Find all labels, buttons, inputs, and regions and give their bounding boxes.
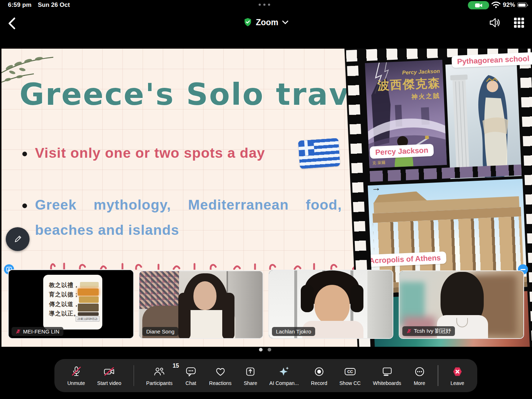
video-call-indicator[interactable] (468, 1, 489, 9)
percy-cover-title-cn: 波西傑克森 (377, 75, 441, 94)
mic-muted-icon (406, 328, 412, 334)
mouse-cursor: → (371, 182, 381, 194)
quote-card: 教之以禮， 育之以德； 傳之以道， 導之以正。 證嚴法師靜思語 (43, 275, 102, 329)
clock-time: 6:59 pm (8, 1, 32, 9)
participants-button[interactable]: Participants 15 (146, 366, 173, 386)
chat-icon (185, 366, 197, 378)
share-label: Share (244, 380, 257, 386)
participant-name: MEI-FENG LIN (23, 328, 59, 335)
slide-bullet-2-line1: Greek mythology, Mediterranean food, (35, 197, 342, 213)
slide-bullet-1: Visit only one or two spots a day (22, 145, 265, 161)
whiteboards-label: Whiteboards (373, 380, 401, 386)
photo-collage-wall (139, 271, 179, 309)
reactions-label: Reactions (209, 380, 232, 386)
status-bar: 6:59 pm Sun 26 Oct 92% (0, 0, 532, 10)
books-illustration (78, 282, 99, 317)
headphone-left (301, 285, 314, 312)
annotate-button[interactable] (6, 227, 30, 251)
leave-label: Leave (451, 380, 464, 386)
page-dot-active[interactable] (259, 348, 263, 351)
unmute-button[interactable]: Unmute (67, 366, 85, 386)
record-icon (313, 366, 325, 378)
participant-name-tag: MEI-FENG LIN (12, 327, 63, 336)
start-video-button[interactable]: Start video (97, 366, 121, 386)
camera-icon (475, 3, 483, 8)
clock-date: Sun 26 Oct (38, 1, 70, 9)
participant-name: Lachlan Tjokro (276, 328, 311, 335)
svg-text:CC: CC (347, 369, 353, 374)
chat-label: Chat (185, 380, 196, 386)
quote-line: 教之以禮， (49, 281, 80, 290)
toolbar-divider (134, 365, 134, 386)
slide-bullet-2: Greek mythology, Mediterranean food, bea… (22, 197, 342, 238)
participant-video-tcsh-ivy[interactable]: Tcsh Ivy 劉冠妤 (399, 270, 524, 339)
speaker-icon (488, 17, 501, 29)
chevron-down-icon (282, 20, 289, 24)
reactions-button[interactable]: Reactions (209, 366, 232, 386)
pencil-icon (12, 234, 23, 245)
more-label: More (414, 380, 425, 386)
show-cc-label: Show CC (339, 380, 361, 386)
more-button[interactable]: More (413, 366, 426, 386)
leave-icon (451, 366, 464, 378)
slide-bullet-1-text: Visit only one or two spots a day (35, 145, 265, 161)
speaker-button[interactable] (488, 17, 501, 29)
slide-bullet-2-line2: beaches and islands (35, 222, 342, 238)
ai-companion-label: AI Compan... (269, 380, 299, 386)
participant-video-lachlan-tjokro[interactable]: Lachlan Tjokro (268, 270, 393, 339)
thumbnail-page-dots[interactable] (259, 348, 271, 351)
page-dot[interactable] (268, 348, 271, 351)
leave-button[interactable]: Leave (451, 366, 464, 386)
security-shield-icon (243, 17, 252, 27)
whiteboard-icon (381, 366, 393, 378)
meeting-title: Zoom (256, 18, 278, 27)
participant-name-tag: Lachlan Tjokro (272, 327, 315, 336)
meeting-toolbar: Unmute Start video Participants 15 Chat (54, 359, 477, 392)
participant-video-diane-song[interactable]: Diane Song (139, 270, 263, 339)
percy-cover-subtitle-cn: 神火之賊 (411, 91, 441, 101)
more-icon (413, 366, 426, 378)
participant-name-tag: Tcsh Ivy 劉冠妤 (402, 326, 455, 336)
quote-line: 導之以正。 (49, 309, 80, 318)
record-label: Record (311, 380, 327, 386)
participants-count-badge: 15 (173, 363, 179, 369)
participant-name: Tcsh Ivy 劉冠妤 (414, 328, 451, 335)
bullet-dot (22, 152, 27, 156)
unmute-label: Unmute (67, 380, 85, 386)
participants-icon (153, 366, 165, 378)
grid-icon (513, 17, 525, 28)
quote-caption: 證嚴法師靜思語 (76, 316, 99, 322)
meeting-title-group[interactable]: Zoom (0, 17, 532, 27)
toolbar-divider (438, 365, 438, 386)
slide-title: Greece's Solo travel (19, 77, 383, 112)
participants-label: Participants (146, 380, 173, 386)
whiteboards-button[interactable]: Whiteboards (373, 366, 401, 386)
ai-companion-sparkle-icon (278, 366, 291, 378)
share-button[interactable]: Share (244, 366, 257, 386)
share-icon (244, 366, 256, 378)
pythagorean-school-image (445, 62, 522, 179)
record-button[interactable]: Record (311, 366, 327, 386)
ai-companion-button[interactable]: AI Compan... (269, 366, 299, 386)
participant-video-mei-feng-lin[interactable]: 教之以禮， 育之以德； 傳之以道， 導之以正。 證嚴法師靜思語 MEI-FENG… (8, 269, 134, 339)
headphone-right (350, 285, 363, 312)
video-off-icon (103, 366, 116, 378)
chat-button[interactable]: Chat (185, 366, 197, 386)
mic-muted-icon (15, 329, 21, 334)
greek-flag (298, 138, 340, 169)
multitask-dots-icon (259, 4, 270, 6)
start-video-label: Start video (97, 380, 121, 386)
show-cc-button[interactable]: CC Show CC (339, 366, 361, 386)
closed-captions-icon: CC (344, 366, 357, 378)
participant-name-tag: Diane Song (142, 327, 178, 336)
percy-cover-author: 克·萊爾 (372, 160, 385, 166)
quote-line: 育之以德； (49, 290, 80, 299)
meeting-nav-bar: Zoom (0, 10, 532, 36)
shared-screen-area: Greece's Solo travel Visit only one or t… (0, 36, 532, 399)
mic-muted-icon (70, 366, 82, 378)
participant-name: Diane Song (146, 328, 174, 335)
glass-door (367, 270, 393, 339)
battery-percent: 92% (503, 1, 515, 9)
apps-grid-button[interactable] (513, 17, 525, 28)
battery-icon (517, 3, 527, 7)
